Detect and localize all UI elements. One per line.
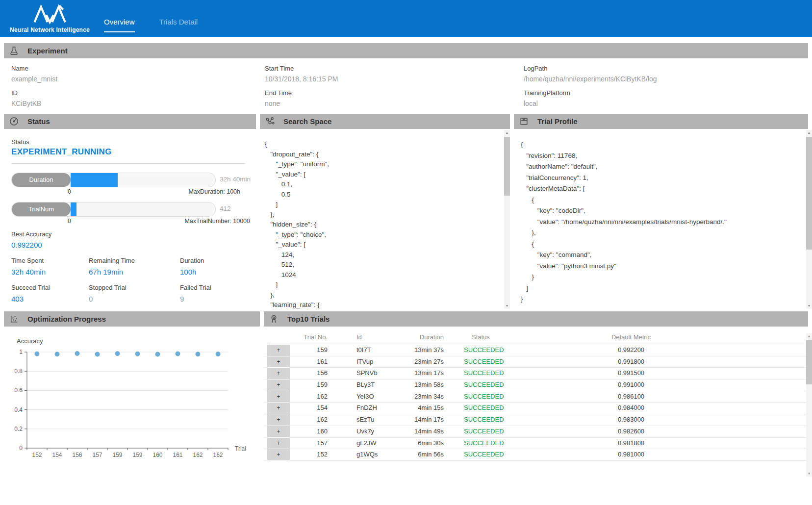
expand-row-button[interactable]: + — [267, 345, 290, 356]
cell-duration: 13min 37s — [400, 345, 444, 356]
trialnum-progress-track — [71, 202, 215, 216]
cell-default-metric: 0.981800 — [582, 438, 680, 450]
cell-status: SUCCEEDED — [464, 391, 582, 403]
expand-row-button[interactable]: + — [267, 449, 290, 461]
cell-status: SUCCEEDED — [464, 345, 582, 356]
scroll-up-icon[interactable]: ▲ — [806, 130, 812, 136]
column-header-default-metric: Default Metric — [582, 333, 680, 343]
status-section-title: Status — [27, 117, 50, 126]
tab-overview[interactable]: Overview — [104, 18, 135, 32]
failed-trial-value: 9 — [180, 295, 184, 303]
cell-duration: 6min 56s — [400, 449, 444, 461]
scatter-point[interactable] — [35, 352, 39, 356]
field-label: ID — [11, 89, 57, 97]
cell-trial-no: 160 — [290, 426, 328, 438]
stopped-trial-label: Stopped Trial — [89, 284, 127, 291]
field-label: End Time — [265, 89, 338, 97]
chart-text: 154 — [52, 452, 62, 458]
field-label: LogPath — [524, 65, 657, 72]
trialnum-min: 0 — [68, 218, 71, 225]
chart-text: 0.2 — [14, 426, 23, 432]
scatter-point[interactable] — [115, 352, 120, 356]
top10-trials-panel: Top10 Trials Trial No. Id Duration Statu… — [264, 311, 812, 498]
cell-default-metric: 0.983000 — [582, 414, 680, 426]
cell-default-metric: 0.982600 — [582, 426, 680, 438]
cell-duration: 13min 58s — [400, 379, 444, 391]
scroll-down-icon[interactable]: ▼ — [806, 303, 812, 309]
brand-text: Neural Network Intelligence — [7, 26, 93, 33]
cell-duration: 4min 15s — [400, 403, 444, 414]
chart-text: 156 — [72, 452, 82, 458]
duration-progress-track — [71, 173, 215, 187]
expand-row-button[interactable]: + — [267, 438, 290, 450]
cell-duration: 14min 17s — [400, 414, 444, 426]
scatter-point[interactable] — [95, 352, 100, 356]
expand-row-button[interactable]: + — [267, 426, 290, 438]
table-row: +152g1WQs6min 56sSUCCEEDED0.981000 — [264, 449, 812, 461]
expand-row-button[interactable]: + — [267, 368, 290, 379]
expand-row-button[interactable]: + — [267, 403, 290, 414]
expand-row-button[interactable]: + — [267, 356, 290, 368]
trial-profile-section-header: Trial Profile — [514, 114, 808, 129]
top10-scrollbar: ▲ ▼ — [806, 333, 812, 477]
tab-trials-detail[interactable]: Trials Detail — [159, 18, 198, 32]
optimization-progress-panel: Optimization Progress Accuracy00.20.40.6… — [4, 311, 260, 498]
table-row: +156SPNVb13min 17sSUCCEEDED0.991500 — [264, 368, 812, 379]
scatter-point[interactable] — [196, 352, 200, 356]
field-value: none — [265, 100, 338, 107]
cell-default-metric: 0.992200 — [582, 345, 680, 356]
scatter-point[interactable] — [75, 351, 79, 355]
expand-row-button[interactable]: + — [267, 379, 290, 391]
experiment-section-header: Experiment — [4, 43, 808, 58]
cell-default-metric: 0.991000 — [582, 379, 680, 391]
trialnum-value: 412 — [220, 205, 231, 212]
cell-status: SUCCEEDED — [464, 356, 582, 368]
time-spent-label: Time Spent — [11, 257, 44, 264]
scrollbar-thumb[interactable] — [504, 137, 510, 196]
trialnum-bar-label: TrialNum — [12, 202, 71, 216]
scrollbar-thumb[interactable] — [806, 137, 812, 250]
chart-text: 0.6 — [14, 387, 23, 394]
experiment-col-2: Start Time 10/31/2018, 8:16:15 PM End Ti… — [265, 58, 338, 107]
scrollbar-thumb[interactable] — [806, 340, 812, 384]
optimization-scatter-chart: Accuracy00.20.40.60.81152154156157159159… — [4, 327, 256, 474]
expand-row-button[interactable]: + — [267, 391, 290, 403]
flask-icon — [9, 46, 19, 55]
table-row: +162YeI3O23min 34sSUCCEEDED0.986100 — [264, 391, 812, 403]
cell-trial-no: 159 — [290, 379, 328, 391]
scatter-point[interactable] — [176, 352, 180, 356]
chart-text: 0.4 — [14, 406, 23, 413]
scroll-up-icon[interactable]: ▲ — [504, 130, 510, 136]
scatter-point[interactable] — [55, 352, 59, 356]
expand-row-button[interactable]: + — [267, 414, 290, 426]
scroll-up-icon[interactable]: ▲ — [806, 333, 812, 339]
field-value: example_mnist — [11, 75, 57, 83]
cell-status: SUCCEEDED — [464, 414, 582, 426]
divider — [11, 163, 245, 164]
cell-status: SUCCEEDED — [464, 426, 582, 438]
scatter-point[interactable] — [155, 352, 160, 356]
medal-icon — [269, 314, 279, 324]
cell-status: SUCCEEDED — [464, 403, 582, 414]
optimization-section-title: Optimization Progress — [27, 315, 106, 323]
scroll-down-icon[interactable]: ▼ — [806, 471, 812, 477]
cell-trial-no: 152 — [290, 449, 328, 461]
cell-duration: 13min 17s — [400, 368, 444, 379]
remaining-time-label: Remaining Time — [89, 257, 135, 264]
cell-status: SUCCEEDED — [464, 379, 582, 391]
cell-trial-no: 156 — [290, 368, 328, 379]
table-row: +157gL2JW6min 30sSUCCEEDED0.981800 — [264, 438, 812, 450]
table-header-divider — [267, 344, 804, 344]
scatter-point[interactable] — [216, 352, 220, 356]
top10-section-title: Top10 Trials — [287, 315, 330, 323]
duration-min: 0 — [68, 188, 71, 195]
scroll-down-icon[interactable]: ▼ — [504, 303, 510, 309]
search-space-section-header: Search Space — [260, 114, 510, 129]
chart-text: 157 — [92, 452, 102, 458]
duration-progress-fill — [71, 173, 118, 187]
column-header-trial-no: Trial No. — [290, 333, 328, 343]
cell-default-metric: 0.984000 — [582, 403, 680, 414]
scatter-point[interactable] — [135, 352, 140, 356]
experiment-info: Name example_mnist ID KCiBytKB Start Tim… — [0, 58, 812, 113]
table-row: +159t0I7T13min 37sSUCCEEDED0.992200 — [264, 345, 812, 356]
